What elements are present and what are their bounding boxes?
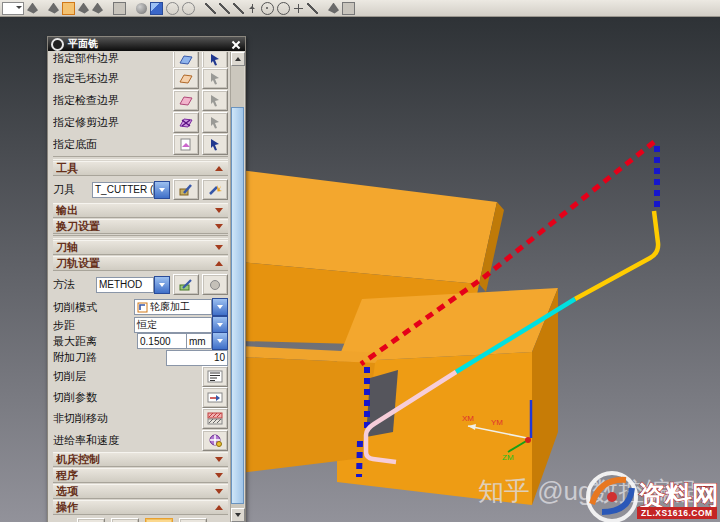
select-check-boundary-icon[interactable] [202,90,228,111]
cut-pattern-icon [137,302,148,313]
unit-value: mm [187,333,212,349]
row-label: 指定部件边界 [53,52,170,66]
chevron-down-icon[interactable] [212,298,228,316]
ziliao-logo [588,473,636,521]
circle-center-icon[interactable] [261,2,274,15]
row-max-distance: 最大距离 0.1500 mm [53,333,228,349]
section-tool[interactable]: 工具 [53,161,228,176]
row-specify-floor[interactable]: 指定底面 [53,133,228,155]
row-specify-part-boundary[interactable]: 指定部件边界 [53,52,228,67]
dialog-title-bar[interactable]: 平面铣 [48,37,245,51]
non-cutting-moves-icon[interactable] [202,408,228,429]
scrollbar-thumb[interactable] [231,107,244,504]
chevron-down-icon [215,208,223,217]
method-combo[interactable]: METHOD [96,276,170,294]
arrow-up-icon[interactable] [247,3,258,14]
row-label: 指定修剪边界 [53,115,170,130]
new-method-icon[interactable] [202,274,228,295]
orbit-right-icon[interactable] [92,3,103,14]
rotate-cw-icon[interactable] [166,2,179,15]
dialog-scrollbar[interactable] [230,52,244,522]
row-non-cutting-moves: 非切削移动 [53,408,228,429]
unit-combo[interactable]: mm [187,332,228,350]
close-icon[interactable] [230,39,242,50]
section-options[interactable]: 选项 [53,484,228,499]
cut-levels-label: 切削层 [53,369,199,384]
section-path-settings[interactable]: 刀轨设置 [53,256,228,271]
tool-combo[interactable]: T_CUTTER (铣 [92,181,170,199]
edit-method-icon[interactable] [173,274,199,295]
chevron-down-icon[interactable] [154,181,170,199]
stepover-value: 恒定 [134,317,212,333]
rotate-view-icon[interactable] [48,3,59,14]
slash-tool-icon[interactable] [307,3,318,14]
mcs-x-label: XM [462,414,474,423]
verify-toolpath-button[interactable] [145,518,173,522]
face-tool-icon[interactable] [328,3,339,14]
row-specify-trim-boundary[interactable]: 指定修剪边界 [53,111,228,133]
row-method: 方法 METHOD [53,272,228,297]
floor-face-icon[interactable] [173,134,199,155]
section-program[interactable]: 程序 [53,468,228,483]
section-program-label: 程序 [56,468,215,483]
feeds-speeds-icon[interactable] [202,430,228,451]
section-tool-axis-label: 刀轴 [56,240,215,255]
row-label: 指定底面 [53,137,170,152]
select-blank-boundary-icon[interactable] [202,68,228,89]
edit-tool-icon[interactable] [173,179,199,200]
scroll-up-icon[interactable] [231,52,245,66]
list-toolpath-button[interactable] [179,518,207,522]
chevron-down-icon[interactable] [212,332,228,350]
scroll-down-icon[interactable] [231,508,245,522]
planar-mill-dialog: 平面铣 指定部件边界 指定毛坯边界 指定检查边界 指定修剪边界 指定底面 [47,36,246,522]
section-toolchange[interactable]: 换刀设置 [53,219,228,234]
cut-mode-value: 轮廓加工 [150,300,190,314]
chevron-down-icon [215,457,223,466]
chevron-up-icon [215,257,223,266]
cutting-parameters-icon[interactable] [202,387,228,408]
replay-toolpath-button[interactable] [111,518,139,522]
section-tool-axis[interactable]: 刀轴 [53,240,228,255]
ziliao-site-url: ZL.XS1616.COM [641,508,713,518]
section-actions[interactable]: 操作 [53,500,228,515]
action-button-row [53,516,228,522]
orbit-left-icon[interactable] [78,3,89,14]
cut-levels-icon[interactable] [202,366,228,387]
shaded-cube-icon[interactable] [150,2,163,15]
chevron-down-icon [215,489,223,498]
clipboard-icon[interactable] [342,2,355,15]
plus-tool-icon[interactable] [293,3,304,14]
generate-toolpath-button[interactable] [77,518,105,522]
chevron-down-icon[interactable] [154,276,170,294]
trim-boundary-icon[interactable] [173,112,199,133]
row-specify-check-boundary[interactable]: 指定检查边界 [53,89,228,111]
cut-mode-combo[interactable]: 轮廓加工 [134,298,228,316]
max-distance-input[interactable]: 0.1500 [137,333,187,349]
pan-view-icon[interactable] [27,3,38,14]
select-trim-boundary-icon[interactable] [202,112,228,133]
sphere-tool-icon[interactable] [136,3,147,14]
cutting-parameters-label: 切削参数 [53,390,199,405]
spline-tool-icon[interactable] [233,3,244,14]
additional-passes-input[interactable]: 10 [166,350,228,366]
section-machine-control[interactable]: 机床控制 [53,452,228,467]
new-tool-icon[interactable] [202,179,228,200]
row-label: 指定毛坯边界 [53,71,170,86]
line-tool-icon[interactable] [205,3,216,14]
check-boundary-icon[interactable] [173,90,199,111]
snap-highlight-icon[interactable] [62,2,75,15]
line2-tool-icon[interactable] [219,3,230,14]
part-boundary-icon[interactable] [173,52,199,67]
row-cut-levels: 切削层 [53,366,228,387]
blank-boundary-icon[interactable] [173,68,199,89]
row-specify-blank-boundary[interactable]: 指定毛坯边界 [53,67,228,89]
rotate-ccw-icon[interactable] [182,2,195,15]
view-combo-dropdown[interactable] [2,2,24,15]
select-part-boundary-icon[interactable] [202,52,228,67]
select-floor-icon[interactable] [202,134,228,155]
circle-tool-icon[interactable] [277,2,290,15]
rect-bound-icon[interactable] [113,2,126,15]
chevron-down-icon [215,245,223,254]
chevron-up-icon [215,501,223,510]
section-output[interactable]: 输出 [53,203,228,218]
